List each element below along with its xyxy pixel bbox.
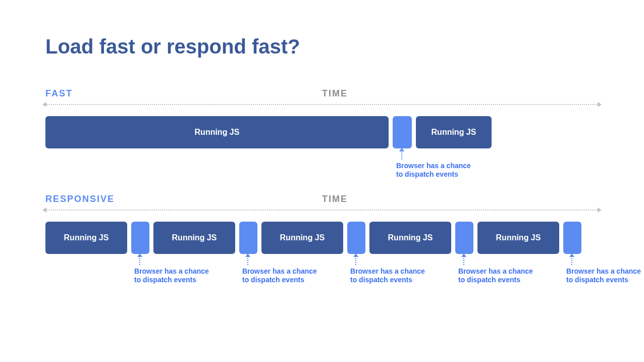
dispatch-annotation: Browser has a chance to dispatch events xyxy=(134,254,210,284)
arrow-up-icon xyxy=(353,253,358,257)
arrow-left-icon xyxy=(42,208,46,213)
arrow-up-icon xyxy=(461,253,466,257)
js-block: Running JS xyxy=(261,222,343,254)
js-block: Running JS xyxy=(153,222,235,254)
arrow-up-icon xyxy=(137,253,142,257)
dispatch-gap: Browser has a chance to dispatch events xyxy=(455,222,473,254)
arrow-up-icon xyxy=(399,148,404,151)
dispatch-gap: Browser has a chance to dispatch events xyxy=(563,222,581,254)
annotation-text: Browser has a chance to dispatch events xyxy=(396,162,471,178)
dispatch-annotation: Browser has a chance to dispatch events xyxy=(396,148,472,179)
annotation-text: Browser has a chance to dispatch events xyxy=(566,267,641,284)
dispatch-gap: Browser has a chance to dispatch events xyxy=(393,116,412,148)
annotation-text: Browser has a chance to dispatch events xyxy=(458,267,533,284)
responsive-header: RESPONSIVE TIME xyxy=(45,194,599,204)
fast-time-label: TIME xyxy=(322,88,348,99)
fast-section: FAST TIME Running JS Browser has a chanc… xyxy=(45,88,599,148)
arrow-right-icon xyxy=(598,208,602,213)
responsive-label: RESPONSIVE xyxy=(45,194,322,204)
arrow-up-icon xyxy=(569,253,574,257)
dispatch-gap: Browser has a chance to dispatch events xyxy=(239,222,257,254)
annotation-text: Browser has a chance to dispatch events xyxy=(134,267,209,284)
dispatch-annotation: Browser has a chance to dispatch events xyxy=(350,254,426,284)
dispatch-annotation: Browser has a chance to dispatch events xyxy=(242,254,318,284)
responsive-section: RESPONSIVE TIME Running JS Browser has a… xyxy=(45,194,599,254)
js-block: Running JS xyxy=(416,116,492,148)
js-block: Running JS xyxy=(45,222,127,254)
fast-axis-line xyxy=(45,104,599,105)
dispatch-gap: Browser has a chance to dispatch events xyxy=(131,222,149,254)
responsive-axis xyxy=(45,208,599,213)
arrow-up-icon xyxy=(245,253,250,257)
dispatch-gap: Browser has a chance to dispatch events xyxy=(347,222,365,254)
arrow-right-icon xyxy=(598,102,602,107)
dispatch-annotation: Browser has a chance to dispatch events xyxy=(458,254,534,284)
annotation-text: Browser has a chance to dispatch events xyxy=(242,267,317,284)
responsive-track: Running JS Browser has a chance to dispa… xyxy=(45,222,599,254)
js-block: Running JS xyxy=(477,222,559,254)
fast-track: Running JS Browser has a chance to dispa… xyxy=(45,116,599,148)
fast-label: FAST xyxy=(45,88,322,99)
js-block: Running JS xyxy=(369,222,451,254)
fast-axis xyxy=(45,102,599,107)
arrow-left-icon xyxy=(42,102,46,107)
js-block: Running JS xyxy=(45,116,389,148)
annotation-text: Browser has a chance to dispatch events xyxy=(350,267,425,284)
responsive-time-label: TIME xyxy=(322,194,348,204)
page-title: Load fast or respond fast? xyxy=(45,35,599,58)
fast-header: FAST TIME xyxy=(45,88,599,99)
dispatch-annotation: Browser has a chance to dispatch events xyxy=(566,254,642,284)
responsive-axis-line xyxy=(45,210,599,211)
